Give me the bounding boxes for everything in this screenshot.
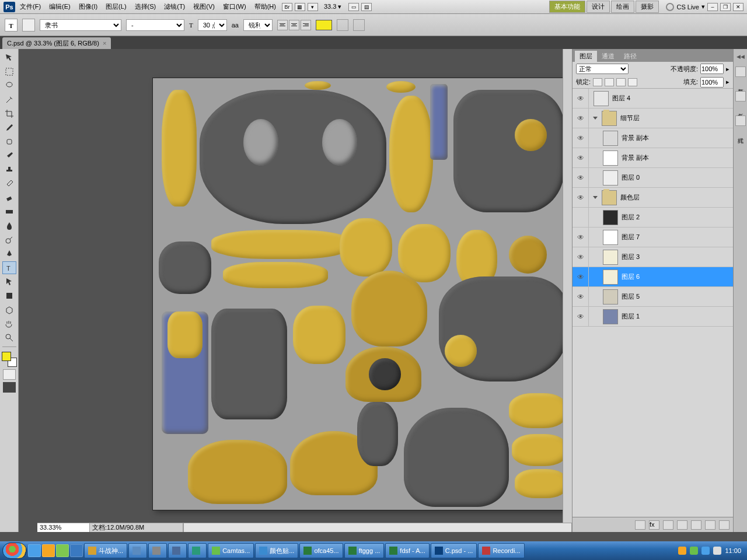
canvas-area[interactable]: 33.33% 文档:12.0M/90.8M	[19, 49, 572, 532]
visibility-icon[interactable]	[573, 89, 589, 108]
layer-group-icon[interactable]	[691, 520, 701, 530]
new-layer-icon[interactable]	[705, 520, 715, 530]
layer-name[interactable]: 图层 2	[620, 213, 640, 222]
crop-tool[interactable]	[2, 107, 16, 120]
task-item[interactable]: Recordi...	[478, 543, 524, 558]
tab-layers[interactable]: 图层	[575, 51, 597, 62]
layer-row[interactable]: 颜色层	[573, 188, 733, 208]
layer-thumbnail[interactable]	[603, 270, 618, 285]
visibility-icon[interactable]	[573, 188, 589, 207]
dodge-tool[interactable]	[2, 233, 16, 246]
lock-position-icon[interactable]	[616, 78, 626, 86]
foreground-color[interactable]	[2, 352, 11, 361]
visibility-icon[interactable]	[573, 148, 589, 167]
cslive-button[interactable]: CS Live ▾	[666, 3, 705, 11]
tab-channels[interactable]: 通道	[597, 51, 619, 62]
layer-name[interactable]: 背景 副本	[620, 134, 649, 142]
layer-name[interactable]: 图层 6	[620, 272, 640, 281]
healing-tool[interactable]	[2, 135, 16, 148]
text-orientation-icon[interactable]	[22, 19, 35, 32]
workspace-design[interactable]: 设计	[587, 1, 610, 13]
align-center-icon[interactable]	[289, 20, 299, 30]
swatches-panel-icon[interactable]	[735, 91, 746, 102]
lock-transparent-icon[interactable]	[593, 78, 602, 86]
ql-app-icon[interactable]	[56, 544, 69, 557]
layer-thumbnail[interactable]	[603, 289, 618, 304]
task-item[interactable]: ofca45...	[299, 543, 343, 558]
horizontal-scrollbar[interactable]	[183, 523, 572, 532]
path-select-tool[interactable]	[2, 275, 16, 288]
tray-icon[interactable]	[690, 547, 698, 555]
layer-thumbnail[interactable]	[594, 91, 609, 106]
tool-preset[interactable]: T	[5, 19, 18, 32]
blur-tool[interactable]	[2, 219, 16, 232]
tray-volume-icon[interactable]	[713, 547, 721, 555]
font-style-select[interactable]: -	[126, 19, 184, 31]
link-layers-icon[interactable]	[635, 520, 645, 530]
layer-row[interactable]: 图层 3	[573, 247, 733, 267]
pen-tool[interactable]	[2, 247, 16, 260]
workspace-painting[interactable]: 绘画	[611, 1, 634, 13]
layer-name[interactable]: 图层 0	[620, 173, 640, 182]
fill-flyout-icon[interactable]: ▸	[726, 78, 729, 86]
stamp-tool[interactable]	[2, 163, 16, 176]
layer-name[interactable]: 图层 7	[620, 233, 640, 242]
visibility-icon[interactable]	[573, 247, 589, 267]
delete-layer-icon[interactable]	[719, 520, 729, 530]
align-left-icon[interactable]	[277, 20, 288, 30]
layer-name[interactable]: 背景 副本	[620, 153, 649, 162]
layer-name[interactable]: 图层 4	[611, 94, 630, 103]
visibility-icon[interactable]	[573, 128, 589, 148]
layer-row[interactable]: 背景 副本	[573, 148, 733, 168]
window-close[interactable]: ✕	[733, 3, 743, 11]
system-tray[interactable]: 11:00	[675, 547, 745, 555]
zoom-tool[interactable]	[2, 331, 16, 344]
layer-name[interactable]: 图层 3	[620, 253, 640, 261]
task-item[interactable]: 颜色贴...	[255, 543, 298, 558]
lock-all-icon[interactable]	[628, 78, 637, 86]
document-tab[interactable]: C.psd @ 33.3% (图层 6, RGB/8) ×	[2, 37, 111, 49]
layer-row[interactable]: 图层 5	[573, 287, 733, 307]
ql-desktop-icon[interactable]	[70, 544, 83, 557]
color-swatches[interactable]	[2, 352, 17, 367]
opacity-flyout-icon[interactable]: ▸	[726, 65, 729, 73]
minibridge-icon[interactable]: ▦	[295, 3, 305, 11]
visibility-icon[interactable]	[573, 287, 589, 306]
collapse-arrow-icon[interactable]: ◀◀	[736, 54, 745, 60]
layer-row[interactable]: 图层 0	[573, 168, 733, 188]
layer-row[interactable]: 图层 2	[573, 208, 733, 228]
3d-tool[interactable]	[2, 303, 16, 316]
layer-name[interactable]: 图层 5	[620, 292, 640, 301]
opacity-input[interactable]	[700, 64, 724, 74]
lasso-tool[interactable]	[2, 79, 16, 92]
screenmode-icon[interactable]: ▭	[348, 3, 359, 11]
disclosure-icon[interactable]	[593, 196, 598, 199]
task-item[interactable]	[128, 543, 147, 558]
menu-layer[interactable]: 图层(L)	[102, 2, 130, 11]
styles-panel-icon[interactable]	[735, 116, 746, 126]
layer-name[interactable]: 细节层	[619, 114, 640, 123]
window-restore[interactable]: ❐	[720, 3, 731, 11]
tray-icon[interactable]	[678, 547, 686, 555]
task-item[interactable]: fdsf - A...	[385, 543, 429, 558]
visibility-icon[interactable]	[573, 228, 589, 247]
brush-tool[interactable]	[2, 149, 16, 162]
workspace-essentials[interactable]: 基本功能	[549, 1, 585, 13]
menu-file[interactable]: 文件(F)	[16, 2, 44, 11]
text-color-swatch[interactable]	[316, 20, 332, 30]
history-brush-tool[interactable]	[2, 177, 16, 190]
warp-text-icon[interactable]	[337, 19, 348, 31]
align-right-icon[interactable]	[301, 20, 311, 30]
gradient-tool[interactable]	[2, 205, 16, 218]
layer-fx-icon[interactable]: fx	[649, 520, 659, 530]
menu-view[interactable]: 视图(V)	[190, 2, 218, 11]
layer-name[interactable]: 图层 1	[620, 312, 640, 321]
tray-icon[interactable]	[701, 547, 710, 555]
clock[interactable]: 11:00	[725, 547, 741, 554]
menu-image[interactable]: 图像(I)	[75, 2, 101, 11]
fill-input[interactable]	[700, 77, 724, 88]
eyedropper-tool[interactable]	[2, 121, 16, 134]
bridge-icon[interactable]: Br	[282, 3, 292, 11]
zoom-value[interactable]: 33.3	[324, 3, 336, 10]
screenmode-tool-icon[interactable]	[3, 382, 16, 393]
